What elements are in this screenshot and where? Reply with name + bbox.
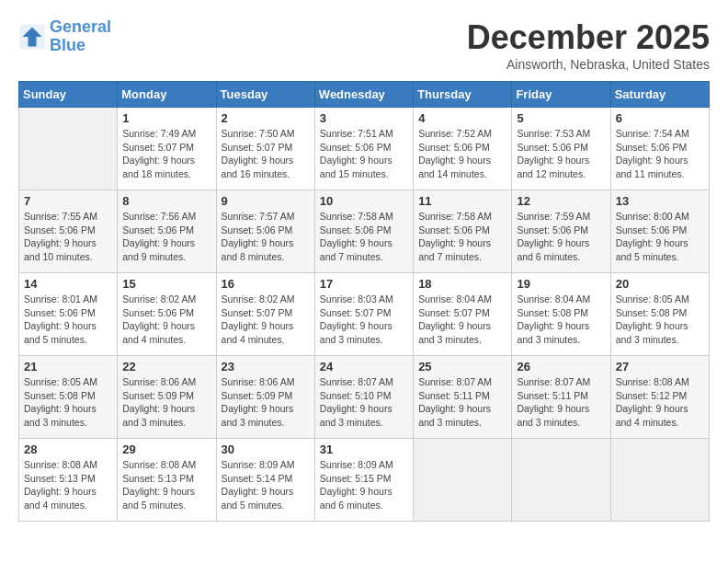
day-cell: 18Sunrise: 8:04 AMSunset: 5:07 PMDayligh… xyxy=(414,273,512,356)
day-info: Sunrise: 8:09 AMSunset: 5:14 PMDaylight:… xyxy=(222,458,310,512)
day-info: Sunrise: 7:54 AMSunset: 5:06 PMDaylight:… xyxy=(616,127,704,181)
day-cell: 29Sunrise: 8:08 AMSunset: 5:13 PMDayligh… xyxy=(118,439,216,522)
day-info: Sunrise: 7:52 AMSunset: 5:06 PMDaylight:… xyxy=(418,127,506,181)
week-row-3: 14Sunrise: 8:01 AMSunset: 5:06 PMDayligh… xyxy=(19,273,710,356)
day-cell: 2Sunrise: 7:50 AMSunset: 5:07 PMDaylight… xyxy=(216,108,314,190)
day-cell xyxy=(512,439,610,522)
day-cell xyxy=(414,439,512,522)
day-info: Sunrise: 7:51 AMSunset: 5:06 PMDaylight:… xyxy=(320,127,408,181)
day-number: 15 xyxy=(122,277,210,291)
header-sunday: Sunday xyxy=(19,82,118,108)
day-info: Sunrise: 8:08 AMSunset: 5:12 PMDaylight:… xyxy=(616,375,704,430)
day-number: 29 xyxy=(122,442,210,456)
day-cell: 12Sunrise: 7:59 AMSunset: 5:06 PMDayligh… xyxy=(512,190,610,273)
day-cell: 1Sunrise: 7:49 AMSunset: 5:07 PMDaylight… xyxy=(118,108,216,190)
page-header: General Blue December 2025 Ainsworth, Ne… xyxy=(18,18,710,72)
day-info: Sunrise: 8:00 AMSunset: 5:06 PMDaylight:… xyxy=(616,210,704,264)
day-number: 6 xyxy=(616,111,704,125)
day-cell: 5Sunrise: 7:53 AMSunset: 5:06 PMDaylight… xyxy=(512,108,610,190)
day-number: 13 xyxy=(616,194,704,208)
day-cell: 14Sunrise: 8:01 AMSunset: 5:06 PMDayligh… xyxy=(19,273,118,356)
day-info: Sunrise: 8:02 AMSunset: 5:06 PMDaylight:… xyxy=(122,293,210,347)
day-info: Sunrise: 7:56 AMSunset: 5:06 PMDaylight:… xyxy=(122,210,210,264)
day-cell xyxy=(610,439,709,522)
day-info: Sunrise: 7:59 AMSunset: 5:06 PMDaylight:… xyxy=(517,210,605,264)
day-cell: 22Sunrise: 8:06 AMSunset: 5:09 PMDayligh… xyxy=(118,356,216,439)
header-wednesday: Wednesday xyxy=(314,82,413,108)
logo: General Blue xyxy=(18,18,111,55)
day-number: 24 xyxy=(320,360,408,373)
day-cell: 11Sunrise: 7:58 AMSunset: 5:06 PMDayligh… xyxy=(414,190,512,273)
week-row-5: 28Sunrise: 8:08 AMSunset: 5:13 PMDayligh… xyxy=(19,439,710,522)
day-info: Sunrise: 8:07 AMSunset: 5:11 PMDaylight:… xyxy=(418,375,506,430)
day-info: Sunrise: 7:53 AMSunset: 5:06 PMDaylight:… xyxy=(517,127,605,181)
logo-text: General Blue xyxy=(50,18,111,55)
day-number: 18 xyxy=(418,277,506,291)
day-cell: 9Sunrise: 7:57 AMSunset: 5:06 PMDaylight… xyxy=(216,190,314,273)
day-number: 21 xyxy=(24,360,112,373)
day-cell: 24Sunrise: 8:07 AMSunset: 5:10 PMDayligh… xyxy=(314,356,413,439)
calendar-table: SundayMondayTuesdayWednesdayThursdayFrid… xyxy=(18,81,710,522)
day-cell: 17Sunrise: 8:03 AMSunset: 5:07 PMDayligh… xyxy=(314,273,413,356)
day-cell: 27Sunrise: 8:08 AMSunset: 5:12 PMDayligh… xyxy=(610,356,709,439)
day-info: Sunrise: 7:49 AMSunset: 5:07 PMDaylight:… xyxy=(122,127,210,181)
day-cell: 31Sunrise: 8:09 AMSunset: 5:15 PMDayligh… xyxy=(314,439,413,522)
day-cell: 10Sunrise: 7:58 AMSunset: 5:06 PMDayligh… xyxy=(314,190,413,273)
day-number: 3 xyxy=(320,111,408,125)
day-cell: 15Sunrise: 8:02 AMSunset: 5:06 PMDayligh… xyxy=(118,273,216,356)
header-saturday: Saturday xyxy=(610,82,709,108)
day-number: 26 xyxy=(517,360,605,373)
day-cell: 16Sunrise: 8:02 AMSunset: 5:07 PMDayligh… xyxy=(216,273,314,356)
day-number: 23 xyxy=(222,360,310,373)
day-info: Sunrise: 7:55 AMSunset: 5:06 PMDaylight:… xyxy=(24,210,112,264)
day-cell: 19Sunrise: 8:04 AMSunset: 5:08 PMDayligh… xyxy=(512,273,610,356)
day-cell: 7Sunrise: 7:55 AMSunset: 5:06 PMDaylight… xyxy=(19,190,118,273)
day-info: Sunrise: 8:08 AMSunset: 5:13 PMDaylight:… xyxy=(122,458,210,512)
day-number: 1 xyxy=(122,111,210,125)
day-number: 28 xyxy=(24,442,112,456)
day-cell: 4Sunrise: 7:52 AMSunset: 5:06 PMDaylight… xyxy=(414,108,512,190)
day-info: Sunrise: 8:08 AMSunset: 5:13 PMDaylight:… xyxy=(24,458,112,512)
day-number: 2 xyxy=(222,111,310,125)
day-info: Sunrise: 7:57 AMSunset: 5:06 PMDaylight:… xyxy=(222,210,310,264)
day-number: 30 xyxy=(222,442,310,456)
day-cell: 23Sunrise: 8:06 AMSunset: 5:09 PMDayligh… xyxy=(216,356,314,439)
day-info: Sunrise: 8:06 AMSunset: 5:09 PMDaylight:… xyxy=(222,375,310,430)
month-title: December 2025 xyxy=(467,18,710,57)
day-info: Sunrise: 8:01 AMSunset: 5:06 PMDaylight:… xyxy=(24,293,112,347)
header-thursday: Thursday xyxy=(414,82,512,108)
day-number: 7 xyxy=(24,194,112,208)
day-info: Sunrise: 8:05 AMSunset: 5:08 PMDaylight:… xyxy=(616,293,704,347)
week-row-2: 7Sunrise: 7:55 AMSunset: 5:06 PMDaylight… xyxy=(19,190,710,273)
day-info: Sunrise: 7:50 AMSunset: 5:07 PMDaylight:… xyxy=(222,127,310,181)
logo-line2: Blue xyxy=(50,37,111,55)
day-number: 4 xyxy=(418,111,506,125)
header-monday: Monday xyxy=(118,82,216,108)
day-number: 17 xyxy=(320,277,408,291)
day-cell: 3Sunrise: 7:51 AMSunset: 5:06 PMDaylight… xyxy=(314,108,413,190)
title-block: December 2025 Ainsworth, Nebraska, Unite… xyxy=(467,18,710,72)
day-cell: 13Sunrise: 8:00 AMSunset: 5:06 PMDayligh… xyxy=(610,190,709,273)
day-number: 27 xyxy=(616,360,704,373)
day-number: 10 xyxy=(320,194,408,208)
day-cell: 6Sunrise: 7:54 AMSunset: 5:06 PMDaylight… xyxy=(610,108,709,190)
day-number: 19 xyxy=(517,277,605,291)
day-info: Sunrise: 8:05 AMSunset: 5:08 PMDaylight:… xyxy=(24,375,112,430)
header-tuesday: Tuesday xyxy=(216,82,314,108)
day-number: 25 xyxy=(418,360,506,373)
day-cell: 20Sunrise: 8:05 AMSunset: 5:08 PMDayligh… xyxy=(610,273,709,356)
day-number: 9 xyxy=(222,194,310,208)
day-info: Sunrise: 7:58 AMSunset: 5:06 PMDaylight:… xyxy=(418,210,506,264)
day-cell xyxy=(19,108,118,190)
day-number: 14 xyxy=(24,277,112,291)
day-info: Sunrise: 8:03 AMSunset: 5:07 PMDaylight:… xyxy=(320,293,408,347)
day-info: Sunrise: 8:09 AMSunset: 5:15 PMDaylight:… xyxy=(320,458,408,512)
day-info: Sunrise: 8:02 AMSunset: 5:07 PMDaylight:… xyxy=(222,293,310,347)
logo-line1: General xyxy=(50,17,111,36)
day-number: 12 xyxy=(517,194,605,208)
day-number: 11 xyxy=(418,194,506,208)
day-cell: 26Sunrise: 8:07 AMSunset: 5:11 PMDayligh… xyxy=(512,356,610,439)
day-info: Sunrise: 8:06 AMSunset: 5:09 PMDaylight:… xyxy=(122,375,210,430)
location: Ainsworth, Nebraska, United States xyxy=(467,57,710,72)
day-number: 22 xyxy=(122,360,210,373)
